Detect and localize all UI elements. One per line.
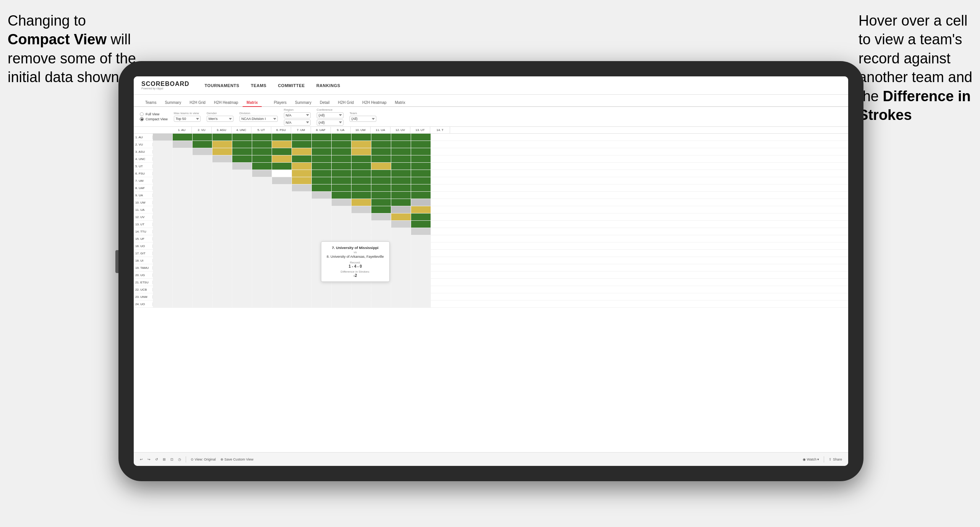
matrix-cell[interactable] [173, 177, 193, 184]
matrix-cell[interactable] [371, 155, 391, 162]
matrix-cell[interactable] [292, 242, 312, 249]
matrix-cell[interactable] [411, 134, 431, 141]
matrix-cell[interactable] [232, 184, 252, 191]
matrix-cell[interactable] [272, 170, 292, 177]
view-original-btn[interactable]: ⊙ View: Original [191, 457, 216, 461]
matrix-cell[interactable] [212, 184, 232, 191]
matrix-cell[interactable] [312, 286, 332, 293]
matrix-cell[interactable] [332, 177, 352, 184]
matrix-cell[interactable] [371, 213, 391, 220]
matrix-cell[interactable] [272, 163, 292, 170]
matrix-cell[interactable] [272, 213, 292, 220]
matrix-cell[interactable] [252, 192, 272, 199]
matrix-cell[interactable] [391, 221, 411, 228]
tab-players[interactable]: Players [270, 99, 290, 107]
matrix-cell[interactable] [193, 134, 212, 141]
matrix-cell[interactable] [292, 221, 312, 228]
matrix-cell[interactable] [371, 148, 391, 155]
matrix-cell[interactable] [193, 141, 212, 148]
matrix-cell[interactable] [411, 279, 431, 286]
watch-btn[interactable]: ◉ Watch ▾ [803, 457, 819, 461]
undo-btn[interactable]: ↩ [140, 457, 143, 461]
matrix-cell[interactable] [272, 228, 292, 235]
matrix-cell[interactable] [173, 213, 193, 220]
matrix-cell[interactable] [391, 141, 411, 148]
table-row[interactable]: 2. VU [134, 141, 848, 148]
matrix-cell[interactable] [173, 155, 193, 162]
table-row[interactable]: 1. AU [134, 134, 848, 141]
matrix-cell[interactable] [411, 163, 431, 170]
table-row[interactable]: 23. UNM [134, 293, 848, 301]
matrix-cell[interactable] [352, 177, 371, 184]
matrix-cell[interactable] [212, 250, 232, 257]
matrix-cell[interactable] [272, 206, 292, 213]
matrix-cell[interactable] [153, 213, 173, 220]
matrix-cell[interactable] [411, 257, 431, 264]
matrix-cell[interactable] [232, 286, 252, 293]
matrix-cell[interactable] [371, 192, 391, 199]
table-row[interactable]: 5. UT [134, 163, 848, 170]
matrix-cell[interactable] [292, 213, 312, 220]
matrix-cell[interactable] [332, 170, 352, 177]
matrix-cell[interactable] [292, 170, 312, 177]
matrix-cell[interactable] [352, 301, 371, 307]
matrix-cell[interactable] [272, 272, 292, 278]
matrix-cell[interactable] [232, 242, 252, 249]
matrix-cell[interactable] [411, 206, 431, 213]
matrix-cell[interactable] [212, 134, 232, 141]
table-row[interactable]: 14. TTU [134, 228, 848, 235]
matrix-cell[interactable] [232, 257, 252, 264]
region-select2[interactable]: N/A [284, 120, 311, 126]
matrix-cell[interactable] [252, 242, 272, 249]
matrix-cell[interactable] [173, 286, 193, 293]
matrix-cell[interactable] [272, 235, 292, 242]
matrix-cell[interactable] [292, 228, 312, 235]
matrix-cell[interactable] [212, 221, 232, 228]
matrix-cell[interactable] [411, 184, 431, 191]
matrix-cell[interactable] [292, 257, 312, 264]
matrix-cell[interactable] [193, 155, 212, 162]
table-row[interactable]: 4. UNC [134, 155, 848, 163]
matrix-cell[interactable] [173, 184, 193, 191]
matrix-cell[interactable] [193, 163, 212, 170]
matrix-cell[interactable] [153, 279, 173, 286]
matrix-cell[interactable] [193, 242, 212, 249]
table-row[interactable]: 13. UT [134, 221, 848, 228]
matrix-cell[interactable] [292, 264, 312, 271]
matrix-cell[interactable] [332, 148, 352, 155]
matrix-cell[interactable] [332, 141, 352, 148]
matrix-cell[interactable] [173, 250, 193, 257]
matrix-cell[interactable] [252, 235, 272, 242]
matrix-cell[interactable] [332, 213, 352, 220]
matrix-cell[interactable] [193, 213, 212, 220]
matrix-cell[interactable] [232, 134, 252, 141]
matrix-cell[interactable] [232, 279, 252, 286]
matrix-cell[interactable] [411, 235, 431, 242]
matrix-cell[interactable] [391, 272, 411, 278]
matrix-cell[interactable] [411, 199, 431, 206]
matrix-cell[interactable] [292, 279, 312, 286]
matrix-cell[interactable] [411, 177, 431, 184]
conference-select2[interactable]: (All) [317, 120, 343, 126]
matrix-cell[interactable] [391, 148, 411, 155]
conference-select[interactable]: (All) [317, 112, 343, 118]
matrix-cell[interactable] [332, 199, 352, 206]
matrix-cell[interactable] [212, 286, 232, 293]
matrix-cell[interactable] [411, 192, 431, 199]
matrix-cell[interactable] [193, 286, 212, 293]
matrix-cell[interactable] [173, 221, 193, 228]
refresh-btn[interactable]: ↺ [155, 457, 158, 461]
matrix-cell[interactable] [312, 148, 332, 155]
matrix-cell[interactable] [272, 279, 292, 286]
matrix-cell[interactable] [212, 155, 232, 162]
matrix-cell[interactable] [411, 264, 431, 271]
matrix-cell[interactable] [232, 170, 252, 177]
matrix-cell[interactable] [332, 155, 352, 162]
matrix-cell[interactable] [292, 163, 312, 170]
matrix-cell[interactable] [391, 155, 411, 162]
matrix-cell[interactable] [411, 286, 431, 293]
table-row[interactable]: 24. UO [134, 301, 848, 308]
matrix-cell[interactable] [252, 279, 272, 286]
matrix-cell[interactable] [153, 250, 173, 257]
matrix-cell[interactable] [232, 235, 252, 242]
